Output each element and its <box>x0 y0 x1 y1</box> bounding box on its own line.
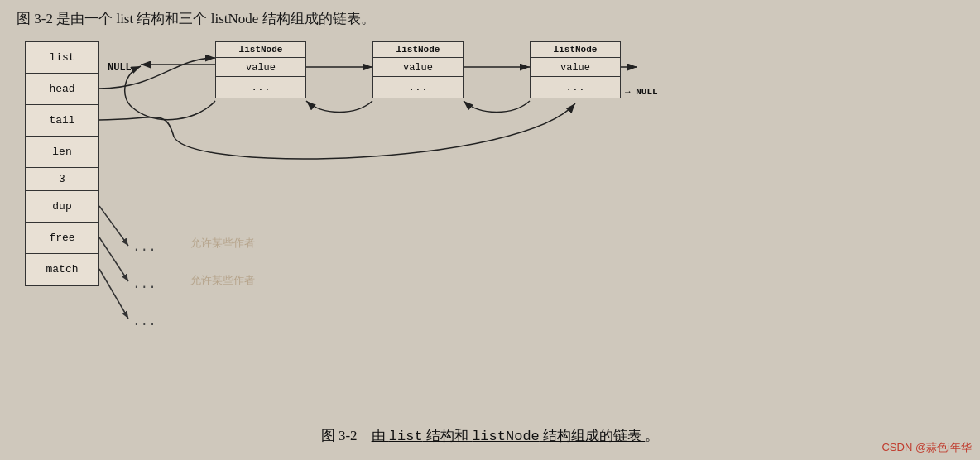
listnode-2-value: value <box>373 58 463 77</box>
csdn-badge: CSDN @蒜色i年华 <box>882 440 972 455</box>
arrows-svg <box>25 41 935 339</box>
cell-dup: dup <box>26 191 98 223</box>
listnode-2: listNode value ... <box>372 41 464 98</box>
free-dots: ... <box>132 277 156 292</box>
caption: 图 3-2 由 list 结构和 listNode 结构组成的链表 。 <box>0 426 980 445</box>
null-right-label: → NULL <box>625 87 658 97</box>
listnode-1: listNode value ... <box>215 41 306 98</box>
cell-free: free <box>26 223 98 254</box>
cell-tail: tail <box>26 105 98 137</box>
null-left-label: NULL <box>108 62 132 74</box>
listnode-2-header: listNode <box>373 42 463 58</box>
cell-head: head <box>26 74 98 105</box>
list-struct: list head tail len 3 dup free match <box>25 41 99 286</box>
top-description: 图 3-2 是由一个 list 结构和三个 listNode 结构组成的链表。 <box>17 8 963 30</box>
listnode-1-header: listNode <box>216 42 305 58</box>
watermark-2: 允许某些作者 <box>190 273 255 288</box>
caption-prefix: 图 3-2 <box>321 428 358 443</box>
diagram-wrapper: list head tail len 3 dup free match list… <box>25 41 935 339</box>
cell-len: len <box>26 137 98 168</box>
listnode-3: listNode value ... <box>530 41 621 98</box>
listnode-1-dots: ... <box>216 77 305 98</box>
caption-text: 由 list 结构和 listNode 结构组成的链表 <box>372 428 646 443</box>
page: 图 3-2 是由一个 list 结构和三个 listNode 结构组成的链表。 … <box>0 0 980 460</box>
cell-list: list <box>26 42 98 74</box>
watermark-1: 允许某些作者 <box>190 236 255 251</box>
listnode-2-dots: ... <box>373 77 463 98</box>
cell-len-val: 3 <box>26 168 98 191</box>
listnode-3-value: value <box>531 58 620 77</box>
listnode-3-header: listNode <box>531 42 620 58</box>
listnode-3-dots: ... <box>531 77 620 98</box>
match-dots: ... <box>132 314 156 329</box>
listnode-1-value: value <box>216 58 305 77</box>
dup-dots: ... <box>132 240 156 255</box>
cell-match: match <box>26 254 98 285</box>
top-description-text: 图 3-2 是由一个 list 结构和三个 listNode 结构组成的链表。 <box>17 11 375 26</box>
